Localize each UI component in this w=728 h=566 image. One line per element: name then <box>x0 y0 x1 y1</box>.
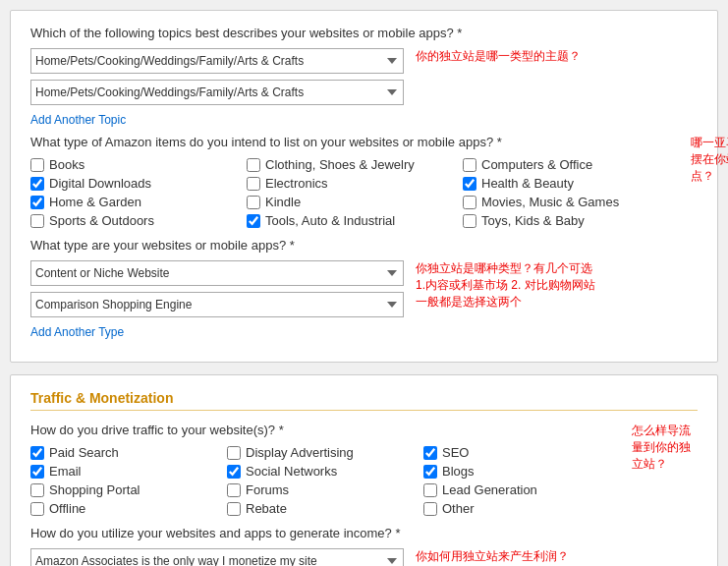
checkbox-computers-label: Computers & Office <box>481 157 592 172</box>
cb-offline-input[interactable] <box>30 502 44 516</box>
topic-dropdown-2[interactable]: Home/Pets/Cooking/Weddings/Family/Arts &… <box>30 80 404 105</box>
cb-lead-label: Lead Generation <box>442 482 537 497</box>
checkbox-home-label: Home & Garden <box>49 195 141 209</box>
checkbox-clothing[interactable]: Clothing, Shoes & Jewelry <box>247 157 463 172</box>
checkbox-movies[interactable]: Movies, Music & Games <box>463 195 679 209</box>
topic-dropdown-1[interactable]: Home/Pets/Cooking/Weddings/Family/Arts &… <box>30 48 404 74</box>
cb-social-label: Social Networks <box>246 464 337 479</box>
cb-offline[interactable]: Offline <box>30 501 227 516</box>
checkbox-clothing-input[interactable] <box>247 158 260 172</box>
checkbox-toys[interactable]: Toys, Kids & Baby <box>463 213 679 228</box>
checkbox-health-input[interactable] <box>463 177 476 191</box>
checkbox-tools-input[interactable] <box>247 214 260 228</box>
question2-row: What type of Amazon items do you intend … <box>30 135 698 238</box>
checkbox-computers[interactable]: Computers & Office <box>463 157 679 172</box>
checkbox-sports-input[interactable] <box>30 214 44 228</box>
topic-selects-column: Home/Pets/Cooking/Weddings/Family/Arts &… <box>30 48 404 135</box>
checkbox-sports[interactable]: Sports & Outdoors <box>30 213 247 228</box>
topic-selects-row: Home/Pets/Cooking/Weddings/Family/Arts &… <box>30 48 698 135</box>
cb-social-input[interactable] <box>227 465 241 479</box>
checkbox-toys-label: Toys, Kids & Baby <box>481 213 585 228</box>
checkbox-electronics[interactable]: Electronics <box>247 176 463 191</box>
checkbox-kindle-label: Kindle <box>265 195 301 209</box>
cb-rebate-input[interactable] <box>227 502 241 516</box>
checkbox-health[interactable]: Health & Beauty <box>463 176 679 191</box>
cb-shopping[interactable]: Shopping Portal <box>30 482 227 497</box>
traffic-annotation: 怎么样导流量到你的独立站？ <box>632 423 698 472</box>
checkbox-clothing-label: Clothing, Shoes & Jewelry <box>265 157 415 172</box>
cb-display[interactable]: Display Advertising <box>227 445 423 460</box>
cb-other[interactable]: Other <box>423 501 620 516</box>
checkbox-books-input[interactable] <box>30 158 44 172</box>
cb-forums-input[interactable] <box>227 483 241 497</box>
cb-email-input[interactable] <box>30 465 44 479</box>
income-selects-column: Amazon Associates is the only way I mone… <box>30 548 404 566</box>
type-dropdown-1[interactable]: Content or Niche Website <box>30 260 404 286</box>
cb-blogs-label: Blogs <box>442 464 475 479</box>
question2-label: What type of Amazon items do you intend … <box>30 135 679 149</box>
checkbox-computers-input[interactable] <box>463 158 476 172</box>
type-select-row-2: Comparison Shopping Engine <box>30 292 404 317</box>
cb-blogs-input[interactable] <box>423 465 437 479</box>
checkbox-movies-label: Movies, Music & Games <box>481 195 619 209</box>
cb-shopping-label: Shopping Portal <box>49 482 140 497</box>
checkbox-electronics-input[interactable] <box>247 177 260 191</box>
cb-shopping-input[interactable] <box>30 483 44 497</box>
cb-paid-search[interactable]: Paid Search <box>30 445 227 460</box>
income-selects-row: Amazon Associates is the only way I mone… <box>30 548 698 566</box>
traffic-grid: Paid Search Display Advertising SEO Emai… <box>30 445 620 516</box>
checkbox-tools[interactable]: Tools, Auto & Industrial <box>247 213 463 228</box>
cb-social[interactable]: Social Networks <box>227 464 423 479</box>
checkbox-books[interactable]: Books <box>30 157 247 172</box>
section2-title: Traffic & Monetization <box>30 390 698 411</box>
question1-label: Which of the following topics best descr… <box>30 26 698 40</box>
cb-email[interactable]: Email <box>30 464 227 479</box>
cb-forums[interactable]: Forums <box>227 482 423 497</box>
cb-lead-input[interactable] <box>423 483 437 497</box>
cb-seo-input[interactable] <box>423 446 437 460</box>
traffic-block: How do you drive traffic to your website… <box>30 423 620 526</box>
type-selects-row: Content or Niche Website Comparison Shop… <box>30 260 698 347</box>
items-annotation: 哪一亚马逊类目产品会摆在你站 点？ <box>691 135 728 184</box>
question5-label: How do you utilize your websites and app… <box>30 526 698 540</box>
cb-display-input[interactable] <box>227 446 241 460</box>
page-wrapper: Which of the following topics best descr… <box>0 0 728 566</box>
cb-offline-label: Offline <box>49 501 85 516</box>
checkbox-kindle[interactable]: Kindle <box>247 195 463 209</box>
topic-annotation: 你的独立站是哪一类型的主题？ <box>416 48 581 65</box>
checkbox-electronics-label: Electronics <box>265 176 328 191</box>
cb-paid-search-input[interactable] <box>30 446 44 460</box>
cb-paid-search-label: Paid Search <box>49 445 119 460</box>
traffic-question-row: How do you drive traffic to your website… <box>30 423 698 526</box>
income-annotation: 你如何用独立站来产生利润？ <box>416 548 569 565</box>
cb-seo[interactable]: SEO <box>423 445 620 460</box>
checkbox-home-input[interactable] <box>30 196 44 209</box>
topic-select-row-1: Home/Pets/Cooking/Weddings/Family/Arts &… <box>30 48 404 74</box>
section2-card: Traffic & Monetization How do you drive … <box>10 374 718 566</box>
cb-seo-label: SEO <box>442 445 469 460</box>
checkbox-books-label: Books <box>49 157 84 172</box>
question3-label: What type are your websites or mobile ap… <box>30 238 698 253</box>
cb-lead[interactable]: Lead Generation <box>423 482 620 497</box>
amazon-items-grid: Books Clothing, Shoes & Jewelry Computer… <box>30 157 679 228</box>
question4-label: How do you drive traffic to your website… <box>30 423 620 437</box>
cb-other-input[interactable] <box>423 502 437 516</box>
type-dropdown-2[interactable]: Comparison Shopping Engine <box>30 292 404 317</box>
checkbox-digital-input[interactable] <box>30 177 44 191</box>
checkbox-health-label: Health & Beauty <box>481 176 574 191</box>
add-topic-link[interactable]: Add Another Topic <box>30 113 404 127</box>
add-type-link[interactable]: Add Another Type <box>30 325 404 339</box>
question2-block: What type of Amazon items do you intend … <box>30 135 679 238</box>
cb-display-label: Display Advertising <box>246 445 354 460</box>
cb-rebate-label: Rebate <box>246 501 287 516</box>
cb-rebate[interactable]: Rebate <box>227 501 423 516</box>
topic-select-row-2: Home/Pets/Cooking/Weddings/Family/Arts &… <box>30 80 404 105</box>
checkbox-home[interactable]: Home & Garden <box>30 195 247 209</box>
checkbox-movies-input[interactable] <box>463 196 476 209</box>
income-dropdown-1[interactable]: Amazon Associates is the only way I mone… <box>30 548 404 566</box>
checkbox-digital[interactable]: Digital Downloads <box>30 176 247 191</box>
checkbox-kindle-input[interactable] <box>247 196 260 209</box>
checkbox-toys-input[interactable] <box>463 214 476 228</box>
type-select-row-1: Content or Niche Website <box>30 260 404 286</box>
cb-blogs[interactable]: Blogs <box>423 464 620 479</box>
